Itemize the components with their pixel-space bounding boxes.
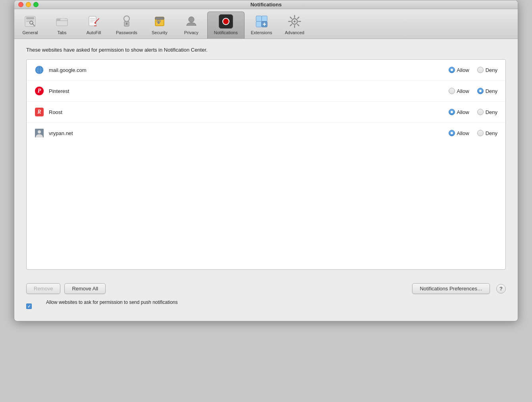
tab-security[interactable]: Security [144,12,175,39]
remove-button[interactable]: Remove [26,283,60,294]
svg-rect-26 [256,21,262,27]
svg-point-31 [294,21,296,23]
general-icon [23,14,37,29]
checkbox-bar: Allow websites to ask for permission to … [14,300,518,321]
radio-deny-circle-mail-google [477,67,484,73]
svg-point-14 [94,22,96,24]
radio-allow-vrypan[interactable]: Allow [449,130,469,136]
notifications-icon [219,14,233,29]
maximize-button[interactable] [33,2,39,7]
traffic-lights [18,2,39,7]
toolbar: General Tabs [14,9,518,39]
site-name-vrypan: vrypan.net [49,130,449,136]
site-name-mail-google: mail.google.com [49,67,449,73]
radio-allow-roost[interactable]: Allow [449,109,469,115]
site-row-pinterest: P Pinterest Allow Deny [27,81,505,102]
radio-allow-circle-pinterest [449,88,455,94]
tab-privacy-label: Privacy [184,30,199,35]
svg-rect-6 [56,19,60,21]
site-row-vrypan: vrypan.net Allow Deny [27,123,505,143]
svg-rect-20 [155,17,164,19]
tab-passwords-label: Passwords [116,30,137,35]
security-icon [152,14,167,29]
svg-point-16 [124,16,129,21]
passwords-icon [120,14,134,29]
radio-deny-circle-pinterest [477,88,484,94]
privacy-icon [184,14,199,29]
radio-allow-pinterest[interactable]: Allow [449,88,469,94]
svg-line-38 [297,17,299,19]
tab-advanced-label: Advanced [285,30,305,35]
tab-extensions-label: Extensions [251,30,272,35]
description-text: These websites have asked for permission… [26,47,506,53]
tab-passwords[interactable]: Passwords [110,12,144,39]
site-icon-roost: R [35,107,44,117]
radio-allow-circle-mail-google [449,67,455,73]
radio-group-vrypan: Allow Deny [449,130,497,136]
push-notifications-label: Allow websites to ask for permission to … [34,300,190,313]
tab-security-label: Security [152,30,168,35]
tab-tabs[interactable]: Tabs [46,12,78,39]
site-name-pinterest: Pinterest [49,88,449,94]
minimize-button[interactable] [26,2,31,7]
radio-deny-roost[interactable]: Deny [477,109,497,115]
tab-general[interactable]: General [14,12,46,39]
radio-deny-circle-roost [477,109,484,115]
svg-line-36 [290,17,292,19]
radio-allow-circle-roost [449,109,455,115]
advanced-icon [287,14,302,29]
tab-autofill-label: AutoFill [87,30,101,35]
tab-notifications-label: Notifications [214,30,238,35]
svg-rect-24 [256,16,262,21]
radio-group-roost: Allow Deny [449,109,497,115]
svg-point-23 [189,17,194,22]
tab-extensions[interactable]: Extensions [245,12,279,39]
push-notifications-checkbox-wrap[interactable]: Allow websites to ask for permission to … [26,300,190,313]
radio-deny-pinterest[interactable]: Deny [477,88,497,94]
svg-rect-1 [26,17,34,19]
safari-preferences-window: Notifications General [14,0,518,321]
site-icon-vrypan [35,128,44,138]
svg-rect-9 [89,16,96,26]
help-button[interactable]: ? [496,284,506,294]
radio-group-pinterest: Allow Deny [449,88,497,94]
site-name-roost: Roost [49,109,449,115]
svg-rect-2 [26,19,34,20]
tab-notifications[interactable]: Notifications [207,12,245,39]
push-notifications-checkbox[interactable] [26,303,32,309]
tab-privacy[interactable]: Privacy [175,12,207,39]
tab-autofill[interactable]: AutoFill [78,12,110,39]
site-icon-mail-google [35,65,44,75]
tab-tabs-label: Tabs [57,30,66,35]
svg-rect-18 [126,23,127,25]
autofill-icon [87,14,101,29]
site-icon-pinterest: P [35,86,44,96]
tab-advanced[interactable]: Advanced [279,12,311,39]
tabs-icon [55,14,69,29]
remove-all-button[interactable]: Remove All [64,283,106,294]
radio-deny-circle-vrypan [477,130,484,136]
extensions-icon [254,14,269,29]
close-button[interactable] [18,2,23,7]
bottom-bar: Remove Remove All Notifications Preferen… [14,278,518,300]
site-row-roost: R Roost Allow Deny [27,102,505,123]
titlebar: Notifications [14,0,518,9]
svg-rect-25 [262,16,267,21]
sites-list: mail.google.com Allow Deny P P [26,59,506,270]
notifications-prefs-button[interactable]: Notifications Preferences… [412,283,490,294]
content-area: These websites have asked for permission… [14,39,518,278]
svg-point-46 [38,130,41,133]
radio-allow-mail-google[interactable]: Allow [449,67,469,73]
site-row-mail-google: mail.google.com Allow Deny [27,60,505,81]
svg-line-37 [297,24,299,26]
radio-deny-mail-google[interactable]: Deny [477,67,497,73]
radio-deny-vrypan[interactable]: Deny [477,130,497,136]
radio-allow-circle-vrypan [449,130,455,136]
svg-rect-7 [61,19,65,21]
window-title: Notifications [251,2,282,8]
svg-line-39 [290,24,292,26]
radio-group-mail-google: Allow Deny [449,67,497,73]
tab-general-label: General [22,30,38,35]
